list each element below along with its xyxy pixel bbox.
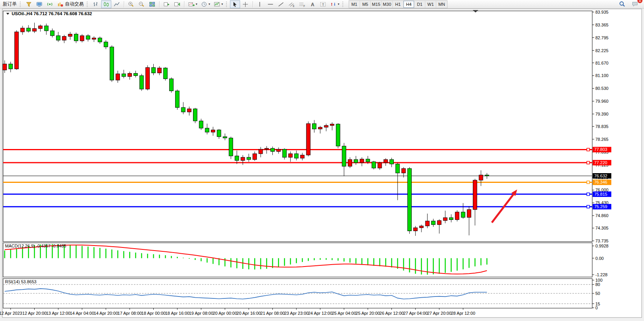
- svg-text:74.860: 74.860: [595, 213, 609, 218]
- svg-text:78.835: 78.835: [595, 124, 609, 129]
- svg-text:25 Apr 20:00: 25 Apr 20:00: [356, 311, 380, 316]
- arrows-shapes-button[interactable]: [328, 0, 341, 8]
- tab-timeframe-W1[interactable]: W1: [425, 1, 436, 8]
- text-label-icon: T: [319, 1, 326, 7]
- toolbar-grip: [226, 2, 228, 7]
- timeframe-group: M1M5M15M30H1H4D1W1MN: [349, 0, 447, 8]
- cursor-icon: [232, 1, 239, 7]
- fibonacci-icon: F: [298, 1, 305, 7]
- crosshair-button[interactable]: [240, 0, 251, 8]
- svg-text:83.365: 83.365: [595, 23, 609, 27]
- zoom-in-icon: [128, 1, 135, 7]
- toolbar-separator: [124, 1, 124, 7]
- auto-trade-icon: [57, 1, 64, 7]
- text-label-button[interactable]: T: [318, 0, 328, 8]
- svg-text:0.9928: 0.9928: [595, 244, 609, 248]
- svg-text:12 Apr 2023: 12 Apr 2023: [0, 311, 22, 316]
- svg-text:83.935: 83.935: [595, 10, 609, 14]
- equidistant-channel-button[interactable]: E: [286, 0, 297, 8]
- zoom-in-button[interactable]: [126, 0, 136, 8]
- tab-timeframe-M15[interactable]: M15: [371, 1, 382, 8]
- chart-area[interactable]: 83.93583.36582.79582.22581.67081.10080.5…: [0, 9, 644, 321]
- search-button[interactable]: [617, 0, 628, 8]
- svg-text:E: E: [293, 4, 295, 7]
- svg-text:26 Apr 12:00: 26 Apr 12:00: [379, 311, 404, 316]
- toolbar-grip: [342, 2, 344, 7]
- svg-text:14 Apr 20:00: 14 Apr 20:00: [94, 311, 118, 316]
- svg-text:77.220: 77.220: [594, 160, 607, 165]
- horizontal-line-button[interactable]: [265, 0, 275, 8]
- crosshair-icon: [242, 1, 249, 7]
- tab-timeframe-M5[interactable]: M5: [360, 1, 371, 8]
- tab-timeframe-MN[interactable]: MN: [436, 1, 447, 8]
- toolbar-separator: [159, 1, 160, 7]
- toolbar-separator: [184, 1, 184, 7]
- zoom-out-button[interactable]: [137, 0, 147, 8]
- pane-borders: [3, 11, 592, 308]
- tab-timeframe-M1[interactable]: M1: [349, 1, 360, 8]
- svg-text:75.815: 75.815: [594, 192, 607, 196]
- auto-scroll-icon: [163, 1, 170, 7]
- mt4-window: 新订单 自动交易 E F A T: [0, 0, 644, 321]
- tab-timeframe-D1[interactable]: D1: [414, 1, 425, 8]
- line-chart-icon: [113, 1, 120, 7]
- svg-text:0: 0: [595, 305, 598, 310]
- new-order-label: 新订单: [3, 1, 17, 7]
- cursor-button[interactable]: [230, 0, 240, 8]
- template-icon: [214, 1, 221, 7]
- candlestick-chart-button[interactable]: [101, 0, 111, 8]
- svg-text:82.795: 82.795: [595, 35, 609, 40]
- svg-text:79.390: 79.390: [595, 112, 609, 116]
- svg-text:24 Apr 12:00: 24 Apr 12:00: [308, 311, 332, 316]
- indicators-button[interactable]: [186, 0, 199, 8]
- tab-timeframe-M30[interactable]: M30: [382, 1, 393, 8]
- auto-trade-label: 自动交易: [65, 1, 84, 7]
- svg-text:17 Apr 08:00: 17 Apr 08:00: [118, 311, 142, 316]
- svg-text:74.305: 74.305: [595, 226, 609, 230]
- chart-shift-icon: [174, 1, 181, 7]
- toolbar: 新订单 自动交易 E F A T: [0, 0, 644, 9]
- svg-text:27 Apr 20:00: 27 Apr 20:00: [427, 311, 451, 316]
- vertical-line-button[interactable]: [255, 0, 265, 8]
- svg-text:-1.228: -1.228: [595, 272, 607, 277]
- svg-text:14 Apr 04:00: 14 Apr 04:00: [70, 311, 94, 316]
- svg-text:23 Apr 23:00: 23 Apr 23:00: [284, 311, 309, 316]
- bar-chart-button[interactable]: [91, 0, 101, 8]
- trendline-button[interactable]: [276, 0, 286, 8]
- toolbar-right: 1: [617, 0, 643, 9]
- svg-text:77.803: 77.803: [594, 147, 607, 152]
- tab-timeframe-H4[interactable]: H4: [404, 1, 414, 8]
- gold-funnel-icon: [25, 1, 32, 7]
- auto-scroll-button[interactable]: [161, 0, 172, 8]
- chart-shift-button[interactable]: [172, 0, 182, 8]
- new-order-button[interactable]: 新订单: [1, 0, 18, 8]
- text-button[interactable]: A: [307, 0, 318, 8]
- arrows-shapes-icon: [330, 1, 337, 7]
- tile-windows-button[interactable]: [147, 0, 157, 8]
- svg-text:100: 100: [595, 278, 602, 282]
- zoom-out-icon: [138, 1, 145, 7]
- svg-text:28 Apr 12:00: 28 Apr 12:00: [451, 311, 475, 316]
- channel-icon: E: [288, 1, 295, 7]
- svg-text:18 Apr 00:00: 18 Apr 00:00: [141, 311, 165, 316]
- svg-text:76.346: 76.346: [594, 180, 607, 184]
- search-icon: [619, 1, 626, 7]
- templates-button[interactable]: [212, 0, 225, 8]
- terminal-icon: [36, 1, 43, 7]
- svg-text:27 Apr 04:00: 27 Apr 04:00: [404, 311, 428, 316]
- terminal-button[interactable]: [34, 0, 44, 8]
- svg-text:13 Apr 12:00: 13 Apr 12:00: [46, 311, 70, 316]
- vertical-line-icon: [256, 1, 263, 7]
- gold-funnel-button[interactable]: [24, 0, 34, 8]
- line-chart-button[interactable]: [112, 0, 122, 8]
- svg-text:78.265: 78.265: [595, 137, 609, 142]
- signal-button[interactable]: [45, 0, 55, 8]
- svg-text:T: T: [322, 2, 325, 6]
- svg-text:75.259: 75.259: [594, 204, 607, 209]
- auto-trade-button[interactable]: 自动交易: [55, 0, 85, 8]
- svg-text:79.960: 79.960: [595, 99, 609, 103]
- svg-text:18 Apr 16:00: 18 Apr 16:00: [165, 311, 190, 316]
- periods-button[interactable]: [199, 0, 212, 8]
- fibonacci-button[interactable]: F: [297, 0, 307, 8]
- tab-timeframe-H1[interactable]: H1: [393, 1, 404, 8]
